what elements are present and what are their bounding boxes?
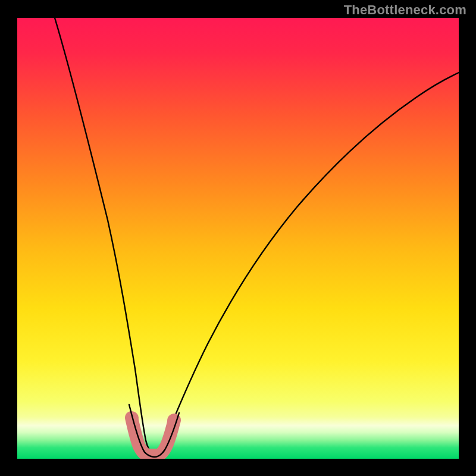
bottleneck-curve [17, 18, 459, 459]
watermark-text: TheBottleneck.com [344, 2, 466, 18]
highlight-band [127, 412, 179, 455]
chart-frame: TheBottleneck.com [0, 0, 476, 476]
plot-area [17, 18, 459, 459]
